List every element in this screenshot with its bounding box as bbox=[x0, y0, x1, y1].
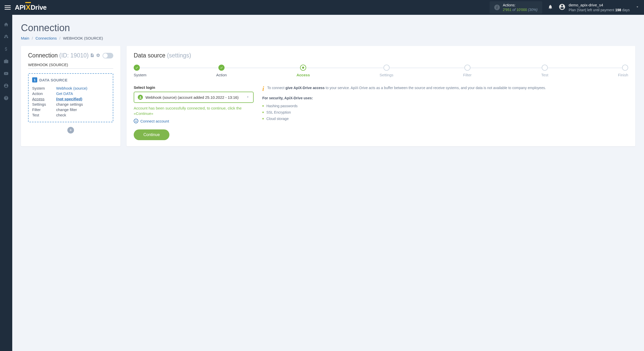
row-label-access: Access bbox=[32, 97, 56, 101]
login-select-value: Webhook (source) (account added 25.10.20… bbox=[145, 95, 239, 100]
main-content: Connection Main / Connections / WEBHOOK … bbox=[12, 15, 644, 351]
actions-pct: (30%) bbox=[528, 8, 537, 12]
chevron-down-icon bbox=[246, 95, 250, 100]
row-value-filter[interactable]: change filter bbox=[56, 107, 77, 112]
sitemap-icon[interactable] bbox=[4, 34, 9, 40]
connection-id: (ID: 19010) bbox=[59, 52, 89, 59]
plus-icon: + bbox=[134, 119, 138, 123]
account-icon bbox=[138, 95, 143, 100]
logo-x: X bbox=[26, 3, 30, 11]
gear-icon[interactable] bbox=[96, 52, 100, 59]
connection-title: Connection bbox=[28, 52, 58, 59]
row-label-action: Action bbox=[32, 91, 56, 96]
continue-button[interactable]: Continue bbox=[134, 129, 169, 140]
breadcrumb-connections[interactable]: Connections bbox=[35, 36, 57, 40]
connection-toggle[interactable] bbox=[103, 53, 113, 58]
logo-text-1: API bbox=[15, 4, 26, 11]
data-source-panel: Data source (settings) System Action Acc… bbox=[127, 46, 635, 146]
ds-title-muted: (settings) bbox=[167, 52, 191, 59]
info-icon: i bbox=[262, 87, 264, 91]
help-icon[interactable] bbox=[4, 95, 9, 102]
security-heading: For security, ApiX-Drive uses: bbox=[262, 95, 628, 101]
row-label-filter: Filter bbox=[32, 107, 56, 112]
success-message: Account has been successfully connected,… bbox=[134, 105, 254, 116]
step-access[interactable]: Access bbox=[296, 65, 310, 77]
breadcrumb: Main / Connections / WEBHOOK (SOURCE) bbox=[21, 36, 635, 40]
stepper: System Action Access Settings Filter Tes… bbox=[134, 65, 628, 77]
step-settings[interactable]: Settings bbox=[380, 65, 393, 77]
add-block-button[interactable]: + bbox=[67, 127, 74, 134]
row-value-access[interactable]: (not specified) bbox=[56, 97, 82, 101]
chevron-down-icon bbox=[635, 5, 639, 10]
connection-subtitle: WEBHOOK (SOURCE) bbox=[28, 63, 113, 69]
security-item: Cloud storage bbox=[262, 116, 628, 122]
row-label-system: System bbox=[32, 86, 56, 90]
plan-days-suffix: days bbox=[621, 8, 630, 12]
document-icon[interactable] bbox=[90, 52, 94, 59]
row-value-settings[interactable]: change settings bbox=[56, 102, 83, 106]
security-item: Hashing passwords bbox=[262, 103, 628, 109]
account-icon[interactable] bbox=[4, 83, 9, 89]
login-select[interactable]: Webhook (source) (account added 25.10.20… bbox=[134, 92, 254, 103]
plan-prefix: Plan |Start| left until payment bbox=[569, 8, 615, 12]
breadcrumb-current: WEBHOOK (SOURCE) bbox=[63, 36, 103, 40]
home-icon[interactable] bbox=[4, 22, 9, 28]
logo-text-2: Drive bbox=[31, 4, 47, 11]
connect-account-label: Connect account bbox=[140, 119, 169, 123]
row-value-system[interactable]: Webhook (source) bbox=[56, 86, 87, 90]
dollar-icon[interactable] bbox=[4, 46, 9, 53]
actions-label: Actions: bbox=[503, 3, 538, 7]
data-source-box: 1 DATA SOURCE SystemWebhook (source) Act… bbox=[28, 73, 113, 122]
connection-panel: Connection (ID: 19010) WEBHOOK (SOURCE) … bbox=[21, 46, 120, 146]
user-menu[interactable]: demo_apix-drive_s4 Plan |Start| left unt… bbox=[559, 3, 639, 12]
bell-icon[interactable] bbox=[548, 4, 553, 10]
row-value-action[interactable]: Get DATA bbox=[56, 91, 73, 96]
connect-account-link[interactable]: + Connect account bbox=[134, 119, 254, 123]
step-test[interactable]: Test bbox=[541, 65, 548, 77]
plan-days: 198 bbox=[615, 8, 621, 12]
info-text: To connect give ApiX-Drive access to you… bbox=[267, 85, 546, 91]
briefcase-icon[interactable] bbox=[4, 59, 9, 65]
actions-used: 2'951 bbox=[503, 8, 512, 12]
step-system[interactable]: System bbox=[134, 65, 146, 77]
actions-total: 10'000 bbox=[516, 8, 527, 12]
ds-title: Data source bbox=[134, 52, 165, 59]
step-filter[interactable]: Filter bbox=[463, 65, 472, 77]
page-title: Connection bbox=[21, 22, 635, 33]
logo[interactable]: APIXDrive bbox=[15, 3, 47, 11]
source-box-title: DATA SOURCE bbox=[39, 78, 68, 82]
security-item: SSL Encryption bbox=[262, 109, 628, 116]
breadcrumb-main[interactable]: Main bbox=[21, 36, 29, 40]
step-action[interactable]: Action bbox=[216, 65, 227, 77]
source-number-badge: 1 bbox=[32, 77, 37, 82]
actions-of: of bbox=[512, 8, 515, 12]
row-label-test: Test bbox=[32, 113, 56, 117]
sidebar bbox=[0, 15, 12, 351]
row-value-test[interactable]: check bbox=[56, 113, 66, 117]
hamburger-menu-icon[interactable] bbox=[5, 5, 11, 10]
user-icon bbox=[559, 3, 566, 11]
actions-counter[interactable]: i Actions: 2'951 of 10'000 (30%) bbox=[490, 1, 542, 14]
user-name: demo_apix-drive_s4 bbox=[569, 3, 630, 8]
row-label-settings: Settings bbox=[32, 102, 56, 106]
info-icon: i bbox=[494, 5, 500, 10]
select-login-label: Select login bbox=[134, 85, 254, 90]
youtube-icon[interactable] bbox=[4, 71, 9, 77]
security-list: Hashing passwords SSL Encryption Cloud s… bbox=[262, 103, 628, 122]
step-finish[interactable]: Finish bbox=[618, 65, 628, 77]
app-header: APIXDrive i Actions: 2'951 of 10'000 (30… bbox=[0, 0, 644, 15]
